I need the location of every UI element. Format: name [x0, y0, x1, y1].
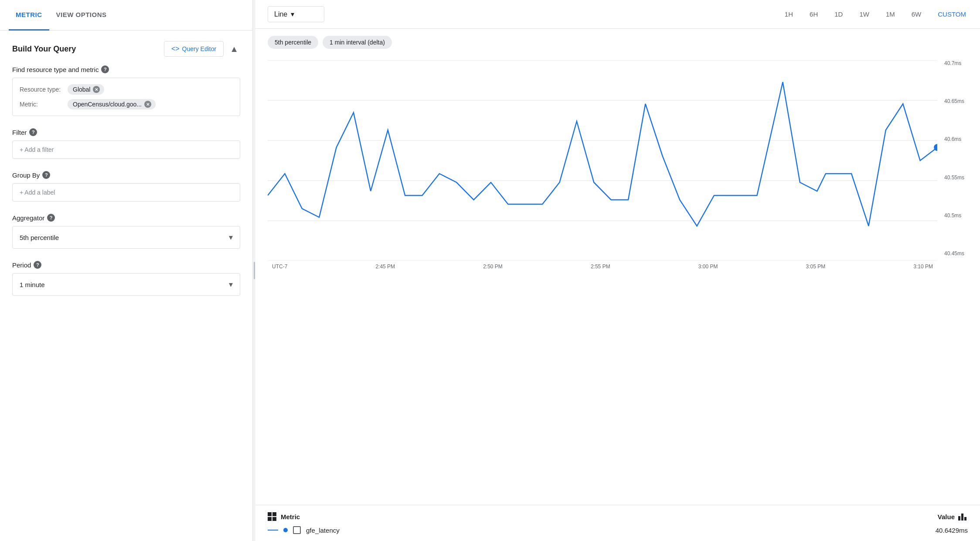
tabs-header: METRIC VIEW OPTIONS — [0, 0, 252, 31]
filter-label: Filter ? — [12, 128, 240, 136]
x-label-300: 3:00 PM — [698, 264, 718, 270]
chart-type-dropdown-icon: ▾ — [291, 10, 294, 18]
aggregator-section: Aggregator ? 5th percentile ▾ — [12, 214, 240, 249]
y-label-0: 40.7ms — [944, 60, 964, 66]
period-dropdown-icon: ▾ — [229, 280, 233, 289]
y-label-2: 40.6ms — [944, 136, 964, 142]
resource-type-chip[interactable]: Global ✕ — [68, 84, 104, 95]
resource-box: Resource type: Global ✕ Metric: OpenCens… — [12, 78, 240, 116]
time-btn-custom[interactable]: CUSTOM — [936, 9, 968, 20]
resource-type-value: Global — [73, 86, 90, 93]
metric-chip[interactable]: OpenCensus/cloud.goo... ✕ — [68, 99, 156, 110]
metric-value: OpenCensus/cloud.goo... — [73, 101, 142, 108]
legend-metric-title: Metric — [268, 512, 300, 521]
aggregator-dropdown-icon: ▾ — [229, 233, 233, 242]
time-btn-6w[interactable]: 6W — [910, 9, 923, 20]
legend-metric-col-label: Metric — [281, 513, 300, 520]
resource-type-remove-icon[interactable]: ✕ — [93, 86, 100, 93]
time-btn-6h[interactable]: 6H — [808, 9, 820, 20]
y-label-5: 40.45ms — [944, 250, 964, 257]
period-select[interactable]: 1 minute ▾ — [12, 273, 240, 296]
chart-area: 40.7ms 40.65ms 40.6ms 40.55ms 40.5ms 40.… — [255, 56, 980, 505]
y-label-3: 40.55ms — [944, 175, 964, 181]
x-label-utc: UTC-7 — [272, 264, 287, 270]
legend-line-indicator — [268, 530, 278, 531]
legend-value-col-label: Value — [938, 513, 955, 520]
group-by-input[interactable]: + Add a label — [12, 183, 240, 202]
left-panel: METRIC VIEW OPTIONS Build Your Query <> … — [0, 0, 253, 541]
bars-icon — [958, 513, 968, 520]
x-label-305: 3:05 PM — [806, 264, 825, 270]
legend-header: Metric Value — [268, 512, 968, 521]
time-btn-1w[interactable]: 1W — [858, 9, 871, 20]
code-icon: <> — [171, 45, 180, 53]
aggregator-value: 5th percentile — [20, 234, 59, 241]
legend-metric-value: 40.6429ms — [936, 527, 968, 534]
x-label-310: 3:10 PM — [913, 264, 933, 270]
y-label-4: 40.5ms — [944, 212, 964, 219]
legend-metric-name: gfe_latency — [306, 527, 930, 534]
chip-interval[interactable]: 1 min interval (delta) — [323, 36, 392, 49]
aggregator-label: Aggregator ? — [12, 214, 240, 222]
resize-handle[interactable] — [254, 262, 255, 279]
period-section: Period ? 1 minute ▾ — [12, 261, 240, 296]
aggregator-select[interactable]: 5th percentile ▾ — [12, 226, 240, 249]
group-by-help-icon[interactable]: ? — [42, 171, 50, 179]
resource-type-row: Resource type: Global ✕ — [20, 84, 233, 95]
filter-section: Filter ? + Add a filter — [12, 128, 240, 159]
chip-percentile[interactable]: 5th percentile — [268, 36, 318, 49]
panel-content: Build Your Query <> Query Editor ▲ Find … — [0, 31, 252, 541]
chart-chips: 5th percentile 1 min interval (delta) — [255, 29, 980, 56]
filter-help-icon[interactable]: ? — [29, 128, 37, 136]
x-label-245: 2:45 PM — [375, 264, 395, 270]
query-editor-label: Query Editor — [182, 45, 217, 52]
group-by-label: Group By ? — [12, 171, 240, 179]
find-resource-label: Find resource type and metric ? — [12, 65, 240, 73]
legend-area: Metric Value gfe_latency 40.6429ms — [255, 505, 980, 541]
chart-toolbar: Line ▾ 1H 6H 1D 1W 1M 6W CUSTOM — [255, 0, 980, 29]
time-btn-1h[interactable]: 1H — [783, 9, 795, 20]
period-label: Period ? — [12, 261, 240, 269]
collapse-button[interactable]: ▲ — [228, 42, 240, 56]
resource-type-label: Resource type: — [20, 86, 63, 93]
metric-label: Metric: — [20, 101, 63, 108]
filter-input[interactable]: + Add a filter — [12, 140, 240, 159]
period-value: 1 minute — [20, 281, 45, 288]
tab-metric[interactable]: METRIC — [9, 0, 49, 31]
group-by-section: Group By ? + Add a label — [12, 171, 240, 202]
right-panel: Line ▾ 1H 6H 1D 1W 1M 6W CUSTOM 5th perc… — [255, 0, 980, 541]
time-range-buttons: 1H 6H 1D 1W 1M 6W CUSTOM — [783, 9, 968, 20]
find-resource-section: Find resource type and metric ? Resource… — [12, 65, 240, 116]
metric-remove-icon[interactable]: ✕ — [144, 101, 151, 108]
grid-icon — [268, 512, 276, 521]
metric-row: Metric: OpenCensus/cloud.goo... ✕ — [20, 99, 233, 110]
legend-checkbox[interactable] — [293, 526, 301, 534]
find-resource-help-icon[interactable]: ? — [101, 65, 109, 73]
legend-dot-indicator — [283, 528, 288, 532]
chart-svg — [268, 60, 937, 261]
legend-row: gfe_latency 40.6429ms — [268, 526, 968, 534]
x-label-250: 2:50 PM — [483, 264, 503, 270]
section-header: Build Your Query <> Query Editor ▲ — [12, 41, 240, 57]
time-btn-1m[interactable]: 1M — [884, 9, 897, 20]
chart-type-select[interactable]: Line ▾ — [268, 6, 324, 22]
period-help-icon[interactable]: ? — [34, 261, 41, 269]
x-label-255: 2:55 PM — [591, 264, 610, 270]
chart-type-value: Line — [274, 10, 287, 18]
query-editor-button[interactable]: <> Query Editor — [164, 41, 224, 57]
section-title: Build Your Query — [12, 45, 76, 54]
time-btn-1d[interactable]: 1D — [833, 9, 844, 20]
tab-view-options[interactable]: VIEW OPTIONS — [49, 0, 114, 31]
legend-value-header: Value — [938, 513, 968, 520]
y-label-1: 40.65ms — [944, 98, 964, 104]
aggregator-help-icon[interactable]: ? — [47, 214, 55, 222]
